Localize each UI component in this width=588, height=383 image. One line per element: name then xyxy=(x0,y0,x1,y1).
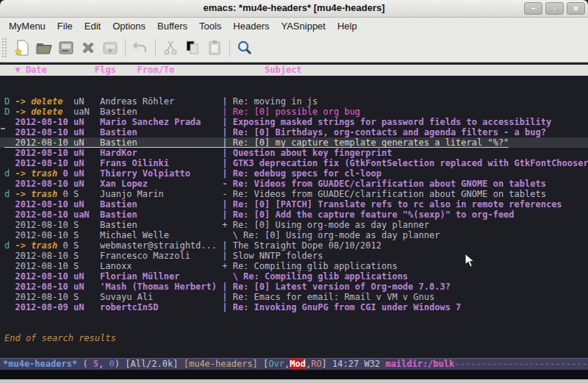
row-segment-unread: Frans Oilinki xyxy=(100,158,222,168)
mu4e-column-header-line[interactable]: ▼ Date Flgs From/To Subject xyxy=(0,65,588,76)
menu-item-yasnippet[interactable]: YASnippet xyxy=(275,19,331,33)
menubar: MyMenuFileEditOptionsBuffersToolsHeaders… xyxy=(0,18,588,34)
row-segment-unread: | Question about key fingerprint xyxy=(222,148,392,158)
row-segment-action: -> delete xyxy=(15,107,62,117)
mail-row[interactable]: D -> delete uN Andreas Röhler | Re: movi… xyxy=(0,96,588,107)
row-segment-normal: Francesco Mazzoli xyxy=(100,251,222,261)
mail-row[interactable]: d -> trash 0 uN Thierry Volpiatto | Re: … xyxy=(0,168,588,179)
row-segment-unread: | Exposing masked strings for password f… xyxy=(222,117,551,127)
row-segment-unread: 2012-08-10 uN xyxy=(4,199,100,210)
emacs-window: emacs: *mu4e-headers* [mu4e-headers] –▫✕… xyxy=(0,0,588,383)
row-segment-normal: Suvayu Ali xyxy=(100,292,222,302)
modeline-segment-ml-dir: maildir:/bulk xyxy=(385,359,454,369)
row-segment-action: -> trash xyxy=(15,240,57,251)
modeline-segment-ml-ovr: Ovr xyxy=(268,359,284,369)
menu-item-headers[interactable]: Headers xyxy=(227,19,275,33)
mail-row[interactable]: 2012-08-10 uN Florian Müllner \ Re: Comp… xyxy=(0,271,588,282)
maximize-button[interactable]: ▫ xyxy=(545,2,564,15)
search-icon[interactable] xyxy=(235,37,254,58)
row-segment-action: -> trash xyxy=(15,189,57,199)
mail-row-selected[interactable]: 2012-08-10 uN Bastien | Re: [0] my captu… xyxy=(0,137,588,148)
open-folder-icon[interactable] xyxy=(35,37,54,58)
toolbar-separator xyxy=(155,39,156,57)
new-file-icon[interactable] xyxy=(12,37,32,58)
mail-row[interactable]: D -> delete uaN Bastien | Re: [0] possib… xyxy=(0,107,588,117)
row-segment-mark: d xyxy=(4,189,15,199)
row-segment-unread: 2012-08-10 uN xyxy=(4,127,100,137)
mail-row[interactable]: 2012-08-10 uN Xan Lopez - Re: Videos fro… xyxy=(0,179,588,189)
copy-icon xyxy=(183,37,202,58)
row-segment-normal: Michael Welle xyxy=(100,230,222,240)
mail-row[interactable]: 2012-08-09 uN robertcInSD | Re: Invoking… xyxy=(0,302,588,312)
save-icon[interactable] xyxy=(57,37,76,58)
row-segment-unread: 2012-08-10 uN xyxy=(4,158,100,168)
mail-row[interactable]: 2012-08-10 uN Bastien | Re: [0] Birthday… xyxy=(0,127,588,137)
row-segment-normal: | Re: Emacs for email: Rmail v VM v Gnus xyxy=(222,292,434,302)
mail-row[interactable]: 2012-08-10 S Lanoxx + Re: Compiling glib… xyxy=(0,261,588,271)
mail-row[interactable]: 2012-08-10 S Francesco Mazzoli | Slow NN… xyxy=(0,251,588,261)
row-segment-unread: \ Re: Compiling glib applications xyxy=(222,271,408,282)
mouse-cursor xyxy=(465,253,476,268)
modeline-segment-ml-dash: ------------------------- xyxy=(454,359,587,369)
row-segment-normal: 2012-08-10 S xyxy=(4,261,100,271)
modeline-segment-ml-num1: 5 xyxy=(93,359,98,369)
mail-row[interactable]: 2012-08-10 uN HardKor | Question about k… xyxy=(0,148,588,158)
row-segment-unread: 2012-08-10 uN xyxy=(4,271,100,282)
menu-item-mymenu[interactable]: MyMenu xyxy=(3,19,51,33)
mail-row[interactable]: 2012-08-10 uN 'Mash (Thomas Herbert) | R… xyxy=(0,282,588,292)
row-segment-mark: D xyxy=(4,107,15,117)
mode-line[interactable]: *mu4e-headers* ( 5, 0) [All/2.0k] [mu4e-… xyxy=(0,358,588,370)
minimize-button[interactable]: – xyxy=(524,2,542,15)
row-segment-normal: webmaster@straightd... xyxy=(100,240,222,251)
paste-icon xyxy=(205,37,224,58)
row-segment-unread: 'Mash (Thomas Herbert) xyxy=(100,282,222,292)
menu-item-options[interactable]: Options xyxy=(107,19,151,33)
mail-row[interactable]: 2012-08-10 uaN Bastien | Re: [0] Add the… xyxy=(0,210,588,220)
modeline-segment-ml: [All/2.0k] xyxy=(125,359,183,369)
row-segment-normal: 0 S xyxy=(57,189,100,199)
menu-item-edit[interactable]: Edit xyxy=(79,19,107,33)
row-segment-unread: 2012-08-09 uN xyxy=(4,302,100,312)
close-button[interactable]: ✕ xyxy=(567,2,585,15)
menu-item-buffers[interactable]: Buffers xyxy=(151,19,193,33)
row-segment-normal: Bastien xyxy=(100,220,222,230)
row-segment-normal: \ Re: [0] Using org-mode as day planner xyxy=(222,230,440,240)
row-segment-pink: | Re: [0] possible org bug xyxy=(222,107,360,117)
mail-row[interactable]: 2012-08-10 S Suvayu Ali | Re: Emacs for … xyxy=(0,292,588,302)
row-segment-unread: | Re: [0] [PATCH] Translate refs to rc a… xyxy=(222,199,562,210)
menu-item-help[interactable]: Help xyxy=(331,19,363,33)
mail-row[interactable]: 2012-08-10 uN Mario Sanchez Prada | Expo… xyxy=(0,117,588,127)
menu-item-tools[interactable]: Tools xyxy=(193,19,227,33)
row-segment-hl: 2012-08-10 uN Bastien | Re: [0] my captu… xyxy=(4,137,509,148)
row-segment-normal: + Re: Compiling glib applications xyxy=(222,261,397,271)
mail-row[interactable]: d -> trash 0 S webmaster@straightd... | … xyxy=(0,240,588,251)
close-buffer-icon[interactable] xyxy=(79,37,98,58)
mail-row[interactable]: 2012-08-10 S Michael Welle \ Re: [0] Usi… xyxy=(0,230,588,240)
row-segment-unread: 2012-08-10 uN xyxy=(4,282,100,292)
mail-row[interactable]: 2012-08-10 S Bastien + Re: [0] Using org… xyxy=(0,220,588,230)
titlebar[interactable]: emacs: *mu4e-headers* [mu4e-headers] –▫✕ xyxy=(0,0,588,18)
row-segment-unread: Florian Müllner xyxy=(100,271,222,282)
window-bottom-edge xyxy=(0,379,588,383)
window-buttons: –▫✕ xyxy=(524,2,585,15)
toolbar-separator xyxy=(229,39,230,57)
save-as-icon xyxy=(101,37,120,58)
row-segment-unread: Xan Lopez xyxy=(100,179,222,189)
row-segment-normal: Lanoxx xyxy=(100,261,222,271)
menu-item-file[interactable]: File xyxy=(51,19,79,33)
mail-row[interactable]: 2012-08-10 uN Bastien | Re: [0] [PATCH] … xyxy=(0,199,588,210)
row-segment-unread: | Re: edebug specs for cl-loop xyxy=(222,168,381,179)
toolbar-grip-handle[interactable] xyxy=(2,38,7,57)
cut-icon xyxy=(161,37,180,58)
row-segment-unread: - Re: Videos from GUADEC/clarification a… xyxy=(222,179,546,189)
modeline-segment-ml: ( xyxy=(77,359,93,369)
row-segment-unread: Bastien xyxy=(100,199,222,210)
row-segment-normal: 2012-08-10 S xyxy=(4,251,100,261)
row-segment-mark: D xyxy=(4,96,15,107)
modeline-segment-ml: 14:27 W32 xyxy=(332,359,385,369)
mail-row[interactable]: d -> trash 0 S Juanjo Marin - Re: Videos… xyxy=(0,189,588,199)
mail-row[interactable]: 2012-08-10 uN Frans Oilinki | GTK3 depre… xyxy=(0,158,588,168)
row-segment-action: -> delete xyxy=(15,96,62,107)
row-segment-unread: Mario Sanchez Prada xyxy=(100,117,222,127)
minibuffer-echo-area[interactable] xyxy=(0,370,588,379)
